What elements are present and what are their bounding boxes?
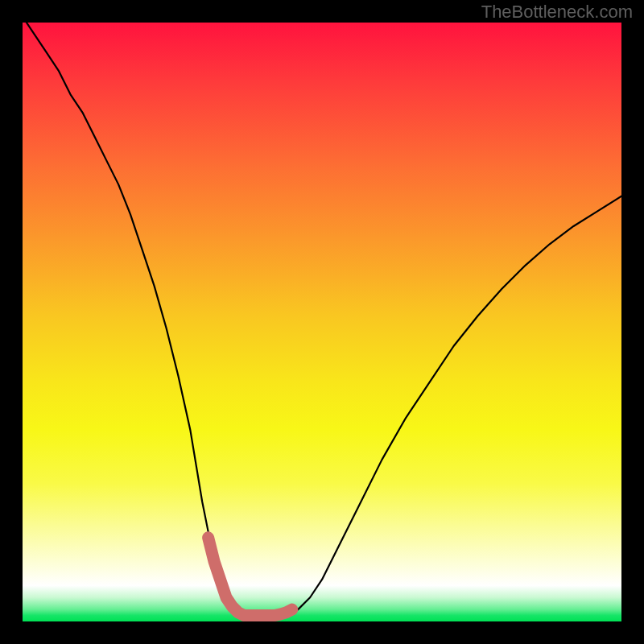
bottleneck-curve-path [23,23,621,616]
highlight-region-path [208,538,292,616]
plot-area [23,23,621,621]
curve-layer [23,23,621,621]
chart-frame: TheBottleneck.com [0,0,644,644]
watermark-text: TheBottleneck.com [481,2,633,23]
